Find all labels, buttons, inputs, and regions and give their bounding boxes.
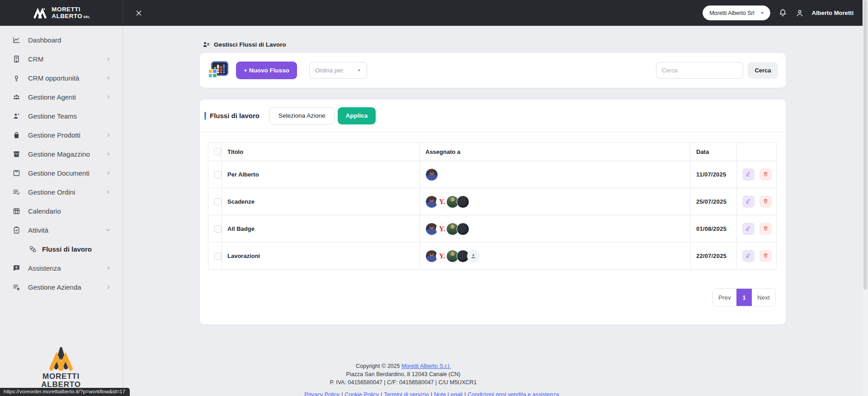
row-checkbox[interactable] — [214, 171, 222, 178]
sidebar-brand-line2: ALBERTO — [0, 381, 122, 389]
row-checkbox[interactable] — [214, 198, 222, 205]
delete-button[interactable] — [760, 196, 772, 208]
avatar-user-dark — [457, 196, 469, 208]
sidebar: DashboardCRMCRM opportunitàGestione Agen… — [0, 26, 123, 396]
user-name: Alberto Moretti — [812, 10, 854, 16]
footer-link-separator: | — [464, 391, 466, 396]
new-flow-button[interactable]: + Nuovo Flusso — [236, 62, 297, 79]
sidebar-item-crm[interactable]: CRM — [0, 49, 123, 68]
company-selector[interactable]: Moretti Alberto Srl — [703, 5, 770, 20]
edit-button[interactable] — [742, 250, 755, 262]
sidebar-item-crm-opportunita[interactable]: CRM opportunità — [0, 68, 123, 87]
sidebar-item-gestione-agenti[interactable]: Gestione Agenti — [0, 87, 123, 106]
sidebar-item-gestione-ordini[interactable]: Gestione Ordini — [0, 182, 123, 201]
close-icon[interactable] — [134, 9, 143, 18]
building-icon — [12, 55, 21, 63]
apply-button[interactable]: Applica — [338, 107, 376, 124]
search-button[interactable]: Cerca — [748, 62, 778, 79]
clipboard-check-icon — [12, 226, 21, 234]
row-actions — [737, 215, 777, 243]
avatar-user-navy — [425, 168, 438, 181]
scrollbar-thumb[interactable] — [863, 0, 867, 290]
footer-link[interactable]: Note Legali — [434, 391, 462, 396]
select-action-dropdown[interactable]: Seleziona Azione — [269, 107, 335, 124]
column-assegnato: Assegnato a — [420, 143, 691, 161]
trash-icon — [763, 198, 769, 205]
sidebar-item-gestione-prodotti[interactable]: Gestione Prodotti — [0, 125, 123, 144]
notifications-bell-icon[interactable] — [778, 8, 788, 18]
pencil-icon — [745, 253, 751, 260]
chevron-right-icon — [106, 152, 111, 157]
pagination: Prev 1 Next — [200, 288, 776, 306]
sidebar-item-assistenza[interactable]: Assistenza — [0, 258, 123, 277]
sidebar-item-label: Gestione Teams — [28, 112, 77, 120]
footer-link[interactable]: Cookie Policy — [344, 391, 379, 396]
assignee-avatars: Y. — [425, 250, 690, 262]
assignee-avatars: Y. — [425, 223, 690, 235]
search-input[interactable] — [656, 62, 743, 79]
pagination-next[interactable]: Next — [752, 289, 775, 306]
sidebar-item-gestione-documenti[interactable]: Gestione Documenti — [0, 163, 123, 182]
sidebar-item-flussi-di-lavoro[interactable]: Flussi di lavoro — [0, 239, 123, 258]
pencil-icon — [745, 225, 751, 233]
edit-button[interactable] — [742, 223, 755, 235]
sidebar-item-gestione-teams[interactable]: Gestione Teams — [0, 106, 123, 125]
lightbulb-icon — [12, 74, 21, 82]
workflow-title: Lavorazioni — [227, 253, 260, 259]
topbar: MORETTI ALBERTOSRL Moretti Alberto Srl — [0, 0, 868, 26]
brand-mark-icon — [32, 7, 47, 19]
sidebar-item-label: Calendario — [28, 207, 61, 215]
bag-icon — [12, 131, 21, 139]
archive-icon — [12, 150, 21, 158]
status-url: https://voreorder.morettialberto.it/?p=w… — [4, 389, 125, 394]
pagination-page-1[interactable]: 1 — [736, 289, 752, 306]
sidebar-item-label: Gestione Prodotti — [28, 131, 80, 139]
chevron-right-icon — [106, 190, 111, 195]
edit-button[interactable] — [742, 168, 755, 181]
page-header: Gestisci Flussi di Lavoro — [203, 41, 786, 48]
row-checkbox[interactable] — [214, 225, 222, 233]
user-profile-icon[interactable] — [795, 9, 804, 18]
accent-bar — [204, 112, 206, 120]
brand-suffix: SRL — [83, 15, 90, 19]
workflow-title: All Badge — [227, 225, 255, 232]
list-gear-icon — [12, 283, 21, 291]
footer-link[interactable]: Condizioni post vendita e assistenza — [467, 391, 559, 396]
workflow-app-icon — [208, 61, 229, 80]
sidebar-item-gestione-magazzino[interactable]: Gestione Magazzino — [0, 144, 123, 163]
sidebar-item-gestione-azienda[interactable]: Gestione Azienda — [0, 277, 123, 296]
delete-button[interactable] — [760, 223, 772, 235]
footer-link[interactable]: Privacy Policy — [304, 391, 340, 396]
delete-button[interactable] — [760, 168, 772, 181]
sidebar-item-calendario[interactable]: Calendario — [0, 201, 123, 220]
wallet-icon — [12, 169, 21, 177]
sidebar-item-label: Assistenza — [28, 264, 61, 272]
pagination-prev[interactable]: Prev — [713, 289, 736, 306]
workflow-date: 11/07/2025 — [696, 171, 726, 178]
footer-address: Piazza San Berdardino, 8 12043 Canale (C… — [123, 370, 684, 378]
sidebar-item-label: CRM — [28, 55, 43, 63]
sidebar-item-attivita[interactable]: Attività — [0, 220, 123, 239]
sidebar-item-label: Gestione Azienda — [28, 283, 81, 291]
footer-fiscal: P. IVA: 04156580047 | C/F: 04156580047 |… — [123, 378, 684, 386]
sidebar-item-label: Gestione Agenti — [28, 93, 76, 101]
edit-button[interactable] — [742, 196, 755, 208]
workflow-date: 25/07/2025 — [696, 198, 726, 205]
delete-button[interactable] — [760, 250, 772, 262]
footer-link-separator: | — [341, 391, 343, 396]
select-all-checkbox[interactable] — [214, 148, 221, 155]
sort-by-select[interactable]: Ordina per: — [309, 62, 367, 79]
footer-company-link[interactable]: Moretti Alberto S.r.l. — [401, 363, 451, 369]
footer-link[interactable]: Termini di servizio — [384, 391, 429, 396]
row-actions — [737, 188, 777, 215]
chevron-right-icon — [106, 133, 111, 138]
sidebar-item-label: Flussi di lavoro — [42, 245, 92, 253]
brand-name: MORETTI ALBERTOSRL — [52, 6, 90, 20]
row-checkbox[interactable] — [214, 253, 222, 260]
chevron-right-icon — [106, 95, 111, 100]
chart-line-icon — [12, 36, 21, 44]
chevron-down-icon — [357, 68, 361, 72]
scrollbar-track[interactable] — [863, 0, 868, 396]
avatar-user-default — [467, 250, 480, 262]
sidebar-item-dashboard[interactable]: Dashboard — [0, 30, 123, 49]
